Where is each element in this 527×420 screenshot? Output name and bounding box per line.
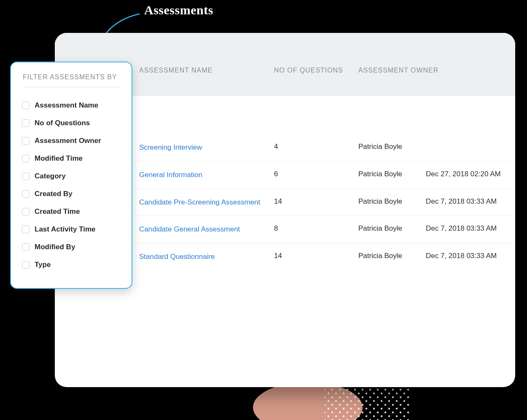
- checkbox-icon[interactable]: [22, 155, 30, 162]
- filter-item-label: Modified By: [35, 243, 75, 251]
- filter-item-label: Created Time: [35, 207, 80, 216]
- filter-item-assessment-name[interactable]: Assessment Name: [22, 97, 121, 114]
- filter-item-type[interactable]: Type: [22, 256, 121, 274]
- checkbox-icon[interactable]: [22, 243, 30, 251]
- cell-modified: Dec 27, 2018 02:20 AM: [426, 170, 515, 178]
- assessment-link[interactable]: General Information: [139, 171, 202, 179]
- cell-owner: Patricia Boyle: [358, 170, 426, 178]
- checkbox-icon[interactable]: [22, 102, 30, 109]
- assessment-link[interactable]: Standard Questionnaire: [139, 253, 215, 261]
- filter-item-label: Category: [35, 172, 66, 180]
- column-header-name[interactable]: ASSESSMENT NAME: [139, 33, 274, 74]
- cell-questions: 8: [274, 224, 358, 233]
- column-header-owner[interactable]: ASSESSMENT OWNER: [358, 33, 426, 74]
- checkbox-icon[interactable]: [22, 190, 30, 198]
- filter-panel-title: FILTER ASSESSMENTS BY: [23, 73, 121, 87]
- checkbox-icon[interactable]: [22, 172, 30, 180]
- filter-item-created-by[interactable]: Created By: [22, 185, 121, 203]
- filter-item-label: Modified Time: [35, 154, 83, 163]
- cell-questions: 14: [274, 197, 358, 206]
- checkbox-icon[interactable]: [22, 226, 30, 233]
- assessment-link[interactable]: Candidate General Assessment: [139, 225, 240, 233]
- checkbox-icon[interactable]: [22, 261, 30, 269]
- filter-item-category[interactable]: Category: [22, 167, 121, 185]
- filter-item-modified-by[interactable]: Modified By: [22, 238, 121, 256]
- cell-owner: Patricia Boyle: [358, 224, 426, 233]
- filter-panel: FILTER ASSESSMENTS BY Assessment Name No…: [10, 62, 132, 289]
- filter-item-label: Type: [35, 261, 51, 269]
- filter-item-label: Created By: [35, 190, 73, 198]
- annotation-label: Assessments: [144, 3, 213, 17]
- cell-modified: Dec 7, 2018 03:33 AM: [426, 197, 515, 206]
- filter-item-assessment-owner[interactable]: Assessment Owner: [22, 132, 121, 150]
- cell-modified: Dec 7, 2018 03:33 AM: [426, 252, 515, 260]
- checkbox-icon[interactable]: [22, 208, 30, 215]
- checkbox-icon[interactable]: [22, 119, 30, 127]
- cell-questions: 4: [274, 143, 358, 151]
- decorative-dots: [325, 382, 409, 420]
- filter-item-label: Assessment Owner: [35, 137, 101, 145]
- filter-item-modified-time[interactable]: Modified Time: [22, 150, 121, 167]
- cell-modified: Dec 7, 2018 03:33 AM: [426, 224, 515, 233]
- assessment-link[interactable]: Screening Interview: [139, 143, 202, 151]
- checkbox-icon[interactable]: [22, 137, 30, 145]
- filter-item-created-time[interactable]: Created Time: [22, 203, 121, 221]
- column-header-questions[interactable]: NO OF QUESTIONS: [274, 33, 358, 74]
- cell-owner: Patricia Boyle: [358, 252, 426, 260]
- filter-item-label: Assessment Name: [35, 101, 98, 110]
- assessment-link[interactable]: Candidate Pre-Screening Assessment: [139, 198, 260, 206]
- filter-item-last-activity-time[interactable]: Last Activity Time: [22, 221, 121, 238]
- cell-owner: Patricia Boyle: [358, 197, 426, 206]
- cell-owner: Patricia Boyle: [358, 143, 426, 151]
- filter-item-no-of-questions[interactable]: No of Questions: [22, 114, 121, 132]
- cell-questions: 14: [274, 252, 358, 260]
- filter-item-label: No of Questions: [35, 119, 90, 127]
- filter-item-label: Last Activity Time: [35, 225, 96, 234]
- cell-questions: 6: [274, 170, 358, 178]
